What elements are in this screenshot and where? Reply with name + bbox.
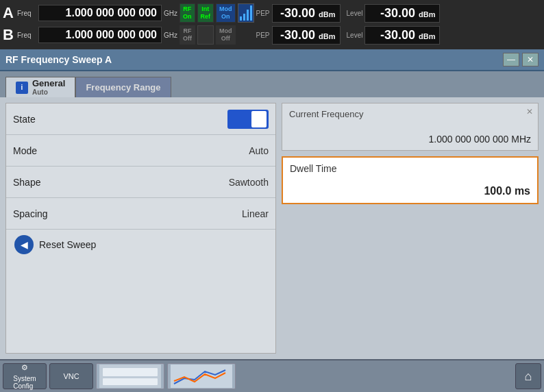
tab-bar: i General Auto Frequency Range bbox=[0, 71, 544, 97]
frequency-range-tab-label: Frequency Range bbox=[86, 82, 160, 93]
window-title: RF Frequency Sweep A bbox=[5, 54, 112, 65]
channel-a-mod-on-button[interactable]: ModOn bbox=[216, 3, 236, 23]
dwell-time-value: 100.0 ms bbox=[290, 185, 530, 197]
general-tab-icon: i bbox=[16, 82, 28, 94]
svg-rect-1 bbox=[103, 368, 158, 376]
window-titlebar: RF Frequency Sweep A — ✕ bbox=[0, 49, 544, 71]
system-config-icon: ⚙ bbox=[21, 363, 28, 372]
state-row: State bbox=[6, 103, 275, 135]
channel-b-freq-label: Freq bbox=[17, 32, 36, 39]
channel-b-level-value[interactable]: -30.00 dBm bbox=[364, 26, 440, 45]
channel-b-label: B bbox=[3, 26, 15, 44]
mode-label: Mode bbox=[13, 145, 37, 156]
spacing-row: Spacing Linear bbox=[6, 198, 275, 230]
shape-value[interactable]: Sawtooth bbox=[229, 177, 269, 188]
channel-b-level-label: Level bbox=[347, 32, 363, 39]
state-label: State bbox=[13, 114, 36, 125]
thumbnail-2-svg bbox=[171, 365, 232, 388]
channel-a-level-bar bbox=[238, 3, 254, 23]
shape-row: Shape Sawtooth bbox=[6, 167, 275, 198]
channel-b-mod-off-button[interactable]: ModOff bbox=[216, 25, 236, 45]
info-box-close-icon[interactable]: ✕ bbox=[524, 106, 535, 117]
home-icon: ⌂ bbox=[525, 369, 532, 384]
channel-a-pep-value[interactable]: -30.00 dBm bbox=[272, 4, 341, 23]
taskbar: ⚙ SystemConfig VNC ⌂ bbox=[0, 359, 544, 392]
close-button[interactable]: ✕ bbox=[522, 53, 539, 66]
vnc-button[interactable]: VNC bbox=[49, 363, 93, 389]
channel-a-freq-label: Freq bbox=[17, 10, 36, 17]
tab-general[interactable]: i General Auto bbox=[5, 77, 75, 97]
minimize-button[interactable]: — bbox=[503, 53, 519, 66]
reset-sweep-button[interactable]: ◀ Reset Sweep bbox=[6, 230, 275, 260]
reset-icon: ◀ bbox=[14, 235, 34, 254]
channel-a-level-value[interactable]: -30.00 dBm bbox=[364, 4, 440, 23]
channel-a-int-ref-button[interactable]: IntRef bbox=[197, 3, 214, 23]
channel-a-label: A bbox=[3, 4, 15, 22]
main-content: State Mode Auto Shape Sawtooth Spacing L… bbox=[0, 97, 544, 359]
shape-label: Shape bbox=[13, 177, 40, 188]
reset-sweep-label: Reset Sweep bbox=[39, 239, 96, 250]
mode-value[interactable]: Auto bbox=[249, 145, 269, 156]
tab-frequency-range[interactable]: Frequency Range bbox=[75, 77, 171, 97]
channel-b-pep-value[interactable]: -30.00 dBm bbox=[272, 26, 341, 45]
current-frequency-value: 1.000 000 000 000 MHz bbox=[289, 134, 531, 145]
state-toggle[interactable] bbox=[227, 110, 269, 129]
dwell-time-box[interactable]: Dwell Time 100.0 ms bbox=[282, 156, 539, 204]
thumbnail-1-svg bbox=[99, 365, 161, 388]
general-tab-label: General bbox=[32, 78, 65, 89]
current-frequency-label: Current Frequency bbox=[289, 109, 531, 119]
thumbnail-2[interactable] bbox=[167, 363, 236, 389]
channel-a-rf-on-button[interactable]: RFOn bbox=[180, 3, 195, 23]
channel-b-freq-value[interactable]: 1.000 000 000 000 bbox=[38, 27, 162, 43]
channel-b-rf-off-button[interactable]: RFOff bbox=[180, 25, 195, 45]
right-panel: ✕ Current Frequency 1.000 000 000 000 MH… bbox=[282, 103, 539, 354]
channel-a-pep-label: PEP bbox=[256, 10, 270, 17]
toggle-handle bbox=[251, 111, 267, 127]
system-config-button[interactable]: ⚙ SystemConfig bbox=[3, 363, 47, 389]
channel-b-freq-unit: GHz bbox=[164, 32, 177, 39]
home-button[interactable]: ⌂ bbox=[515, 363, 541, 389]
svg-rect-2 bbox=[103, 378, 158, 385]
spacing-value[interactable]: Linear bbox=[242, 208, 269, 219]
thumbnail-1[interactable] bbox=[96, 363, 164, 389]
channel-a-freq-value[interactable]: 1.000 000 000 000 bbox=[38, 5, 162, 21]
dwell-time-label: Dwell Time bbox=[290, 163, 530, 174]
mode-row: Mode Auto bbox=[6, 135, 275, 167]
vnc-label: VNC bbox=[63, 372, 79, 380]
system-config-label: SystemConfig bbox=[13, 375, 36, 390]
current-frequency-box: ✕ Current Frequency 1.000 000 000 000 MH… bbox=[282, 103, 539, 151]
channel-a-level-label: Level bbox=[347, 10, 363, 17]
channel-b-pep-label: PEP bbox=[256, 32, 270, 39]
left-panel: State Mode Auto Shape Sawtooth Spacing L… bbox=[5, 103, 276, 354]
spacing-label: Spacing bbox=[13, 208, 48, 219]
general-tab-sublabel: Auto bbox=[32, 88, 65, 97]
top-status-bar: A Freq 1.000 000 000 000 GHz RFOn IntRef… bbox=[0, 0, 544, 49]
channel-a-freq-unit: GHz bbox=[164, 10, 177, 17]
window-controls: — ✕ bbox=[503, 53, 539, 66]
